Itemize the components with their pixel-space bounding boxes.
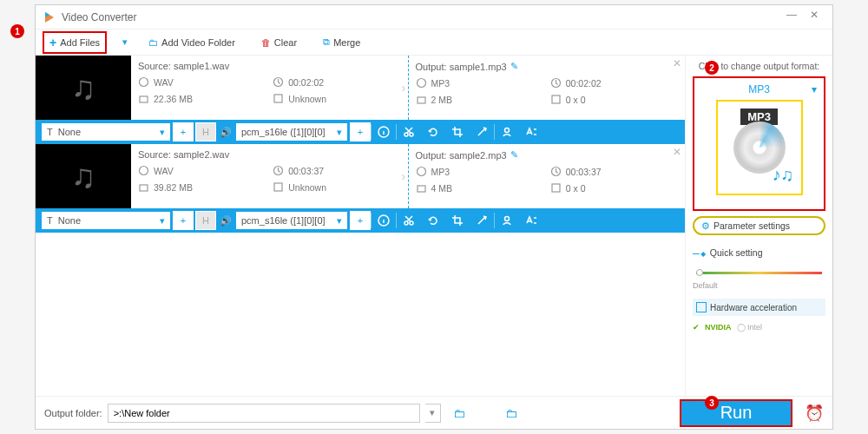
- source-label: Source: sample1.wav: [138, 61, 229, 71]
- source-resolution: Unknown: [288, 94, 326, 104]
- source-format: WAV: [154, 77, 174, 88]
- clock-icon: [550, 166, 562, 177]
- folder-icon: [138, 181, 149, 193]
- resolution-icon: [550, 182, 562, 194]
- svg-rect-16: [140, 185, 148, 191]
- add-effect-button[interactable]: +: [173, 211, 194, 230]
- svg-point-11: [404, 133, 408, 136]
- edit-output-button[interactable]: ✎: [510, 61, 518, 72]
- dropdown-caret-icon[interactable]: ▾: [122, 36, 128, 48]
- edit-output-button[interactable]: ✎: [510, 149, 518, 161]
- close-button[interactable]: ✕: [803, 9, 825, 26]
- remove-item-button[interactable]: ✕: [673, 146, 681, 158]
- source-panel: Source: sample2.wav WAV 00:03:37 39.82 M…: [131, 144, 409, 208]
- effect-dropdown[interactable]: T None▾: [41, 211, 171, 230]
- rotate-button[interactable]: [421, 120, 445, 144]
- plus-icon: +: [49, 36, 56, 49]
- resolution-icon: [273, 181, 284, 193]
- watermark-button[interactable]: [495, 120, 519, 144]
- add-codec-button[interactable]: +: [350, 211, 371, 230]
- merge-label: Merge: [333, 37, 360, 48]
- hd-button[interactable]: H: [195, 211, 216, 230]
- output-folder-label: Output folder:: [44, 408, 102, 418]
- output-format: MP3: [431, 167, 450, 177]
- side-panel: Click to change output format: MP3▾ MP3 …: [685, 56, 832, 396]
- format-name: MP3: [748, 83, 770, 95]
- codec-dropdown[interactable]: pcm_s16le ([1][0][0]▾: [235, 211, 348, 230]
- music-notes-icon: ♪♫: [773, 165, 794, 185]
- effect-dropdown[interactable]: T None▾: [41, 122, 171, 141]
- app-logo-icon: [43, 10, 56, 24]
- clear-label: Clear: [274, 37, 297, 48]
- subtitle-button[interactable]: [519, 208, 543, 233]
- add-files-button[interactable]: + Add Files: [43, 31, 107, 54]
- source-resolution: Unknown: [288, 182, 326, 193]
- remove-item-button[interactable]: ✕: [673, 57, 681, 69]
- slider-thumb[interactable]: [696, 269, 703, 276]
- subtitle-button[interactable]: [519, 120, 543, 144]
- resolution-icon: [273, 93, 284, 104]
- hd-button[interactable]: H: [195, 122, 216, 141]
- enhance-button[interactable]: [470, 208, 494, 233]
- svg-point-23: [404, 221, 408, 225]
- folder-icon: 🗀: [148, 37, 158, 48]
- svg-rect-9: [552, 95, 560, 103]
- hardware-accel-row[interactable]: Hardware acceleration: [693, 299, 825, 316]
- browse-folder-button[interactable]: 🗀: [505, 406, 517, 420]
- source-duration: 00:03:37: [288, 166, 324, 176]
- add-effect-button[interactable]: +: [173, 122, 194, 141]
- schedule-button[interactable]: ⏰: [805, 404, 824, 423]
- output-folder-input[interactable]: [108, 404, 420, 423]
- app-window: 1 2 3 Video Converter — ✕ + Add Files ▾ …: [35, 4, 833, 430]
- rotate-button[interactable]: [421, 208, 445, 233]
- output-duration: 00:02:02: [566, 78, 602, 89]
- add-folder-label: Add Video Folder: [161, 37, 235, 48]
- open-folder-button[interactable]: 🗀: [453, 406, 465, 420]
- gpu-chips: ✔NVIDIA ◯ Intel: [693, 323, 825, 332]
- info-button[interactable]: [372, 208, 396, 233]
- merge-button[interactable]: ⧉ Merge: [318, 34, 365, 50]
- cut-button[interactable]: [397, 120, 421, 144]
- merge-icon: ⧉: [323, 36, 330, 48]
- arrow-icon: ›: [402, 169, 406, 183]
- codec-dropdown[interactable]: pcm_s16le ([1][0][0]▾: [235, 122, 348, 141]
- svg-point-6: [417, 79, 425, 88]
- svg-point-24: [410, 221, 413, 225]
- clear-button[interactable]: 🗑 Clear: [256, 35, 302, 50]
- output-resolution: 0 x 0: [566, 95, 586, 105]
- thumbnail[interactable]: ♫: [36, 144, 131, 208]
- clock-icon: [273, 76, 284, 88]
- crop-button[interactable]: [445, 120, 470, 144]
- output-folder-dropdown[interactable]: ▾: [425, 404, 441, 423]
- hw-checkbox[interactable]: [696, 302, 707, 312]
- quality-slider[interactable]: [696, 272, 822, 274]
- hw-label: Hardware acceleration: [710, 303, 797, 312]
- format-thumbnail: MP3 ♪♫: [716, 100, 803, 195]
- svg-rect-17: [274, 183, 282, 191]
- thumbnail[interactable]: ♫: [36, 56, 131, 120]
- watermark-button[interactable]: [495, 208, 519, 233]
- settings-icon: ⚙: [701, 220, 710, 231]
- chevron-down-icon: ▾: [812, 83, 817, 95]
- music-note-icon: ♫: [71, 158, 96, 195]
- run-button[interactable]: Run: [680, 399, 792, 427]
- enhance-button[interactable]: [470, 120, 494, 144]
- crop-button[interactable]: [445, 208, 470, 233]
- music-note-icon: ♫: [71, 69, 96, 107]
- run-label: Run: [720, 403, 753, 423]
- body: ♫ Source: sample1.wav WAV 00:02:02 22.36…: [36, 56, 832, 396]
- trash-icon: 🗑: [261, 37, 271, 48]
- output-format-selector[interactable]: MP3▾ MP3 ♪♫: [693, 76, 825, 211]
- intel-label: ◯ Intel: [737, 323, 763, 332]
- param-label: Parameter settings: [713, 220, 790, 231]
- add-video-folder-button[interactable]: 🗀 Add Video Folder: [143, 35, 240, 50]
- svg-point-2: [140, 78, 148, 87]
- output-resolution: 0 x 0: [566, 183, 586, 194]
- window-title: Video Converter: [62, 11, 780, 23]
- folder-icon: [416, 94, 427, 105]
- info-button[interactable]: [372, 120, 396, 144]
- parameter-settings-button[interactable]: ⚙ Parameter settings: [693, 216, 825, 235]
- minimize-button[interactable]: —: [780, 9, 803, 26]
- add-codec-button[interactable]: +: [350, 122, 371, 141]
- cut-button[interactable]: [397, 208, 421, 233]
